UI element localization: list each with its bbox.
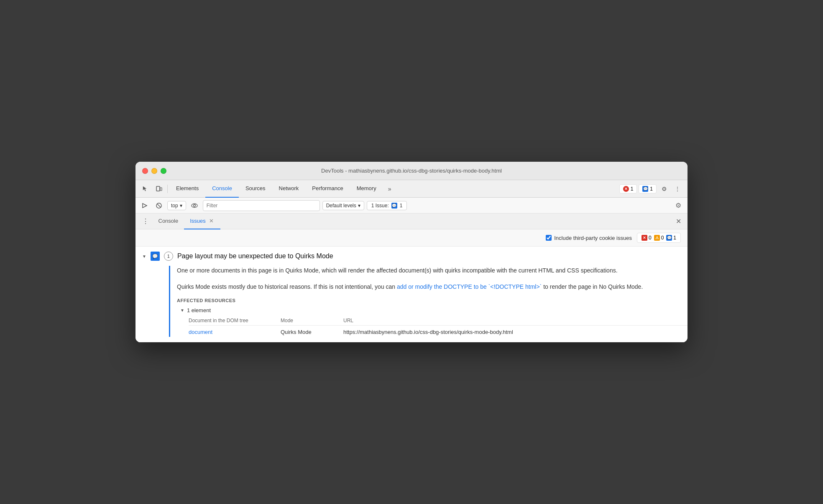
affected-resources-label: AFFECTED RESOURCES: [177, 298, 681, 303]
more-options-button[interactable]: ⋮: [671, 182, 684, 196]
issue-type-icon: 💬: [151, 252, 160, 261]
third-party-cookie-checkbox[interactable]: [546, 235, 552, 241]
info-count: 💬 1: [666, 235, 676, 241]
issues-panel: ⋮ Console Issues ✕ ✕ Include third-party…: [135, 214, 688, 342]
svg-point-6: [193, 204, 195, 206]
three-dot-menu[interactable]: ⋮: [139, 217, 153, 225]
block-icon: [156, 203, 162, 209]
device-icon: [156, 186, 162, 192]
svg-line-4: [157, 204, 161, 207]
issue-description-1: One or more documents in this page is in…: [177, 266, 681, 275]
devtools-window: DevTools - mathiasbynens.github.io/css-d…: [135, 162, 688, 342]
issue-description-2: Quirks Mode exists mostly due to histori…: [177, 282, 681, 291]
close-panel-button[interactable]: ✕: [672, 216, 684, 227]
document-link[interactable]: document: [189, 329, 212, 335]
tab-network[interactable]: Network: [272, 180, 306, 198]
close-button[interactable]: [142, 168, 148, 174]
tab-issues-panel[interactable]: Issues ✕: [184, 214, 220, 229]
affected-chevron-icon: ▼: [180, 308, 184, 313]
row-mode: Quirks Mode: [281, 329, 343, 335]
issue-body: One or more documents in this page is in…: [169, 266, 681, 337]
tab-elements[interactable]: Elements: [169, 180, 205, 198]
context-selector[interactable]: top ▾: [167, 201, 186, 210]
row-url: https://mathiasbynens.github.io/css-dbg-…: [343, 329, 688, 335]
window-title: DevTools - mathiasbynens.github.io/css-d…: [321, 168, 502, 174]
third-party-cookie-checkbox-label[interactable]: Include third-party cookie issues: [546, 235, 632, 241]
doctype-link[interactable]: add or modify the DOCTYPE to be `<!DOCTY…: [397, 283, 542, 290]
issue-item: ▼ 💬 1 Page layout may be unexpected due …: [135, 247, 688, 342]
cursor-icon: [142, 186, 149, 192]
log-levels-button[interactable]: Default levels ▾: [322, 201, 364, 210]
message-icon: 💬: [642, 186, 648, 192]
tab-memory[interactable]: Memory: [350, 180, 383, 198]
svg-rect-0: [156, 186, 160, 191]
issue-content: One or more documents in this page is in…: [169, 266, 681, 337]
close-issues-tab[interactable]: ✕: [208, 218, 215, 224]
issues-filter-bar: Include third-party cookie issues ✕ 0 ⚠ …: [135, 229, 688, 247]
affected-element-header[interactable]: ▼ 1 element: [180, 307, 681, 313]
issue-msg-icon: 💬: [391, 203, 397, 209]
svg-marker-2: [143, 204, 147, 208]
clear-console-button[interactable]: [153, 200, 165, 211]
warning-badge-icon: ⚠: [654, 235, 660, 241]
issue-title: Page layout may be unexpected due to Qui…: [177, 252, 333, 260]
issue-count-badges: ✕ 0 ⚠ 0 💬 1: [637, 233, 681, 243]
more-tabs-button[interactable]: »: [383, 182, 396, 196]
settings-button[interactable]: ⚙: [657, 182, 671, 196]
table-row: document Quirks Mode https://mathiasbyne…: [189, 327, 688, 337]
row-document: document: [189, 329, 281, 335]
error-count: ✕ 0: [642, 235, 652, 241]
execute-button[interactable]: [139, 200, 151, 211]
info-badge-icon: 💬: [666, 235, 672, 241]
live-expressions-button[interactable]: [189, 200, 200, 211]
separator-1: [167, 185, 168, 193]
error-count-badge[interactable]: ✕ 1: [619, 184, 637, 193]
issue-count-circle: 1: [164, 252, 173, 261]
play-icon: [142, 203, 148, 209]
affected-list: ▼ 1 element Document in the DOM tree Mod…: [180, 307, 681, 337]
error-badge-icon: ✕: [642, 235, 647, 241]
inspect-element-button[interactable]: [139, 182, 152, 196]
issue-count-button[interactable]: 1 Issue: 💬 1: [367, 201, 407, 210]
tab-console[interactable]: Console: [205, 180, 239, 198]
console-settings-button[interactable]: ⚙: [672, 200, 684, 211]
tab-console-panel[interactable]: Console: [153, 214, 184, 229]
tab-sources[interactable]: Sources: [239, 180, 272, 198]
panel-tab-bar: ⋮ Console Issues ✕ ✕: [135, 214, 688, 229]
title-bar: DevTools - mathiasbynens.github.io/css-d…: [135, 162, 688, 180]
issue-header[interactable]: ▼ 💬 1 Page layout may be unexpected due …: [142, 252, 681, 261]
minimize-button[interactable]: [151, 168, 157, 174]
main-toolbar: Elements Console Sources Network Perform…: [135, 180, 688, 198]
error-icon: ✕: [623, 186, 629, 192]
message-count-badge[interactable]: 💬 1: [639, 184, 657, 193]
warning-count: ⚠ 0: [654, 235, 664, 241]
traffic-lights: [142, 168, 166, 174]
console-toolbar: top ▾ Default levels ▾ 1 Issue: 💬 1 ⚙: [135, 198, 688, 214]
tab-performance[interactable]: Performance: [305, 180, 350, 198]
filter-input[interactable]: [203, 200, 320, 211]
eye-icon: [191, 202, 198, 209]
maximize-button[interactable]: [161, 168, 166, 174]
svg-rect-1: [160, 188, 162, 191]
device-toolbar-button[interactable]: [152, 182, 166, 196]
affected-table: Document in the DOM tree Mode URL docume…: [189, 316, 688, 337]
table-header: Document in the DOM tree Mode URL: [189, 316, 688, 326]
chevron-down-icon: ▼: [142, 254, 146, 259]
